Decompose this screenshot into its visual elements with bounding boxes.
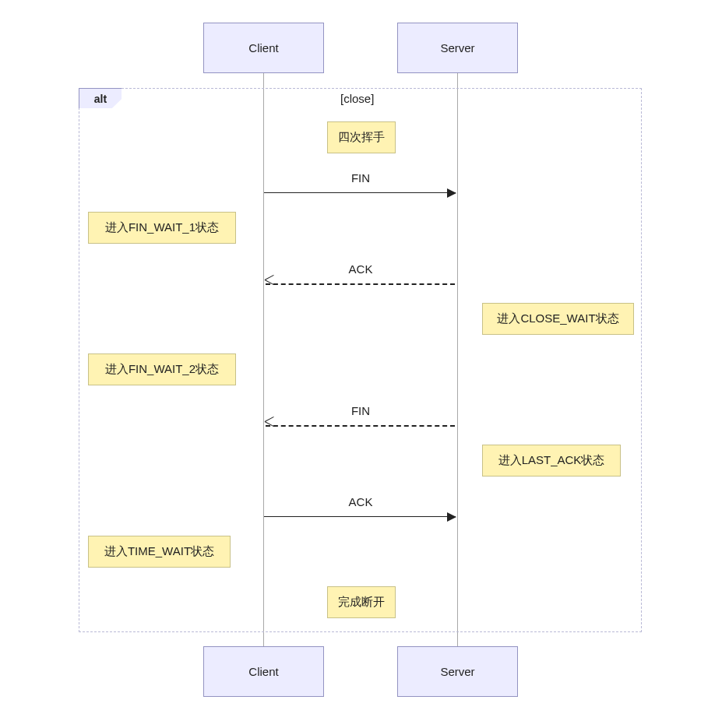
sequence-diagram: Client Server alt [close] 四次挥手 FIN 进入FIN…: [0, 0, 722, 728]
note-fin-wait-1: 进入FIN_WAIT_1状态: [88, 212, 236, 244]
actor-label: Server: [440, 41, 474, 55]
actor-server-bottom: Server: [397, 646, 518, 697]
note-text: 进入LAST_ACK状态: [498, 453, 605, 468]
note-text: 完成断开: [338, 595, 385, 610]
actor-label: Client: [248, 665, 278, 678]
note-done: 完成断开: [327, 586, 396, 618]
arrowhead-icon: [447, 512, 456, 522]
actor-label: Server: [440, 665, 474, 678]
alt-operator-tab: alt: [79, 88, 122, 108]
note-text: 进入CLOSE_WAIT状态: [497, 311, 618, 326]
arrowhead-icon: [447, 188, 456, 198]
note-last-ack: 进入LAST_ACK状态: [482, 445, 621, 477]
actor-label: Client: [248, 41, 278, 55]
note-text: 进入TIME_WAIT状态: [104, 544, 214, 559]
alt-condition: [close]: [340, 92, 374, 105]
note-text: 进入FIN_WAIT_1状态: [105, 220, 219, 235]
message-label-fin1: FIN: [322, 171, 400, 185]
arrow-ack2: [264, 516, 456, 517]
alt-operator-label: alt: [94, 93, 107, 105]
message-label-ack1: ACK: [322, 262, 400, 276]
actor-server-top: Server: [397, 23, 518, 73]
note-time-wait: 进入TIME_WAIT状态: [88, 536, 231, 568]
actor-client-bottom: Client: [203, 646, 324, 697]
note-text: 四次挥手: [338, 130, 385, 145]
message-label-fin2: FIN: [322, 404, 400, 417]
arrow-ack1: [266, 283, 455, 285]
note-text: 进入FIN_WAIT_2状态: [105, 362, 219, 377]
arrow-fin2: [266, 425, 455, 427]
arrow-fin1: [264, 192, 456, 193]
note-title: 四次挥手: [327, 121, 396, 153]
note-close-wait: 进入CLOSE_WAIT状态: [482, 303, 634, 335]
note-fin-wait-2: 进入FIN_WAIT_2状态: [88, 353, 236, 385]
actor-client-top: Client: [203, 23, 324, 73]
message-label-ack2: ACK: [322, 495, 400, 508]
